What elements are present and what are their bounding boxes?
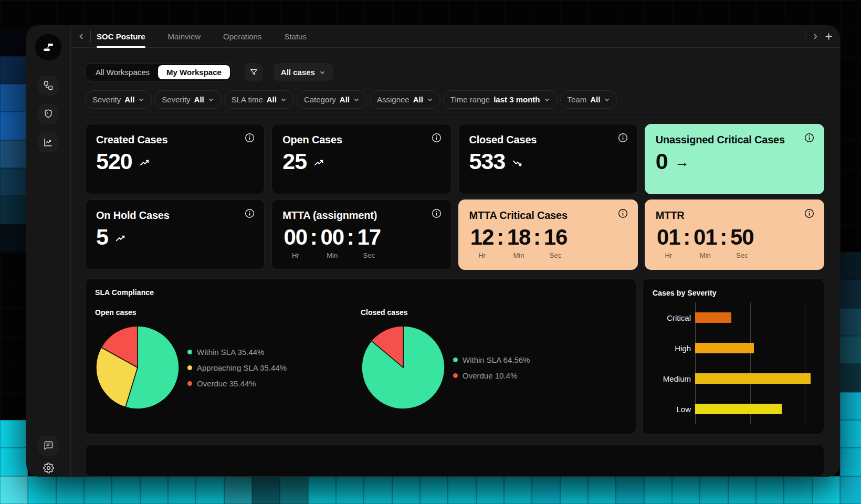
- background-tile: [616, 476, 644, 504]
- sidebar-item-workflows[interactable]: [38, 76, 58, 96]
- open-cases-card: Open Cases25: [271, 124, 451, 194]
- sidebar-item-security[interactable]: [38, 104, 58, 124]
- team-filter[interactable]: TeamAll: [560, 90, 618, 109]
- tab-status[interactable]: Status: [284, 25, 307, 48]
- open-cases-chart-section: Open cases Within SLA 35.44%: [95, 308, 361, 410]
- legend-item: Within SLA 35.44%: [187, 348, 287, 356]
- seconds-value: 17: [356, 225, 382, 250]
- legend-item: Approaching SLA 35.44%: [187, 363, 287, 372]
- cases-dropdown[interactable]: All cases: [274, 63, 333, 81]
- chevron-down-icon: [138, 97, 144, 103]
- shield-icon: [43, 109, 54, 119]
- card-title: MTTA Critical Cases: [469, 209, 568, 222]
- filter-value: All: [413, 95, 423, 104]
- sla-time-filter[interactable]: SLA timeAll: [224, 90, 294, 109]
- seconds-unit: Sec: [729, 251, 755, 259]
- background-tile: [0, 140, 28, 168]
- mttr-card: MTTR01:01:50HrMinSec: [645, 200, 824, 270]
- tab-mainview[interactable]: Mainview: [168, 25, 201, 48]
- background-tile: [840, 308, 861, 336]
- severity-filter-2[interactable]: SeverityAll: [154, 90, 221, 109]
- background-tile: [0, 476, 28, 504]
- background-tile: [672, 476, 700, 504]
- legend-dot-within-sla: [187, 350, 192, 354]
- info-icon[interactable]: [804, 133, 814, 143]
- severity-bar: [695, 343, 754, 353]
- seconds-value: 16: [543, 225, 569, 250]
- background-tile: [56, 476, 84, 504]
- info-icon[interactable]: [804, 208, 814, 218]
- background-tile: [112, 476, 140, 504]
- severity-bar-chart: CriticalHighMediumLow: [653, 302, 814, 424]
- card-value: 520: [96, 149, 132, 174]
- tabs-scroll-right-button[interactable]: [812, 33, 818, 40]
- background-tile: [560, 476, 588, 504]
- comment-icon: [43, 440, 54, 451]
- background-tile: [840, 476, 861, 504]
- background-tile: [0, 168, 28, 196]
- card-value: 25: [282, 149, 307, 174]
- severity-panel-title: Cases by Severity: [653, 289, 814, 297]
- sidebar-item-feedback[interactable]: [38, 436, 58, 456]
- background-tile: [140, 476, 168, 504]
- tab-soc-posture[interactable]: SOC Posture: [97, 25, 145, 48]
- category-filter[interactable]: CategoryAll: [297, 90, 367, 109]
- app-logo[interactable]: [35, 34, 62, 61]
- cases-by-severity-panel: Cases by Severity CriticalHighMediumLow: [642, 278, 824, 435]
- card-value: 533: [469, 149, 506, 174]
- closed-cases-legend: Within SLA 64.56% Overdue 10.4%: [453, 355, 530, 380]
- sla-compliance-panel: SLA Compliance Open cases Within SLA 35.…: [85, 278, 636, 435]
- closed-cases-card: Closed Cases533: [458, 124, 638, 194]
- filter-label: Severity: [92, 95, 121, 104]
- tab-operations[interactable]: Operations: [223, 25, 261, 48]
- plus-icon: [825, 33, 833, 40]
- info-icon[interactable]: [618, 133, 628, 143]
- time-range-filter[interactable]: Time rangelast 3 month: [443, 90, 558, 109]
- severity-bar: [695, 373, 811, 384]
- severity-filter[interactable]: SeverityAll: [85, 90, 152, 109]
- filter-label: Severity: [162, 95, 190, 104]
- my-workspace-option[interactable]: My Workspace: [158, 65, 230, 79]
- chevron-down-icon: [353, 97, 360, 103]
- filter-button[interactable]: [245, 63, 263, 81]
- tabbar-right-divider: [805, 30, 805, 42]
- severity-bar-row: Low: [653, 394, 814, 424]
- tab-bar: SOC Posture Mainview Operations Status: [71, 25, 840, 48]
- minutes-unit: Min: [506, 251, 532, 259]
- tabs-scroll-left-button[interactable]: [78, 33, 85, 40]
- background-tile: [532, 476, 560, 504]
- background-tile: [0, 224, 28, 252]
- info-icon[interactable]: [245, 208, 255, 218]
- chart-icon: [43, 137, 54, 148]
- assignee-filter[interactable]: AssigneeAll: [370, 90, 440, 109]
- open-cases-label: Open cases: [95, 308, 361, 317]
- info-icon[interactable]: [432, 133, 442, 143]
- filter-value: All: [194, 95, 204, 104]
- hours-value: 01: [656, 225, 681, 250]
- background-tile: [0, 420, 28, 448]
- add-tab-button[interactable]: [825, 33, 833, 40]
- info-icon[interactable]: [432, 208, 442, 218]
- severity-bar: [695, 404, 782, 414]
- chevron-down-icon: [427, 97, 433, 103]
- sidebar-item-analytics[interactable]: [38, 132, 58, 152]
- cases-dropdown-value: All cases: [281, 68, 315, 77]
- background-tile: [0, 84, 28, 112]
- info-icon[interactable]: [245, 133, 255, 143]
- hours-unit: Hr: [282, 251, 308, 259]
- background-tile: [504, 476, 532, 504]
- info-icon[interactable]: [618, 208, 628, 218]
- background-tile: [252, 476, 280, 504]
- legend-dot-overdue: [453, 373, 458, 378]
- background-tile: [364, 476, 392, 504]
- legend-item: Within SLA 64.56%: [453, 355, 530, 364]
- all-workspaces-option[interactable]: All Workspaces: [87, 65, 158, 79]
- bar-category-label: Critical: [653, 313, 695, 322]
- background-tile: [280, 476, 308, 504]
- card-value: 0: [656, 149, 668, 174]
- chevron-down-icon: [544, 97, 550, 103]
- sidebar-item-settings[interactable]: [38, 458, 58, 477]
- chevron-right-icon: [812, 33, 818, 40]
- card-title: Open Cases: [282, 134, 342, 146]
- mtta-assignment-card: MTTA (assignment)00:00:17HrMinSec: [271, 200, 451, 270]
